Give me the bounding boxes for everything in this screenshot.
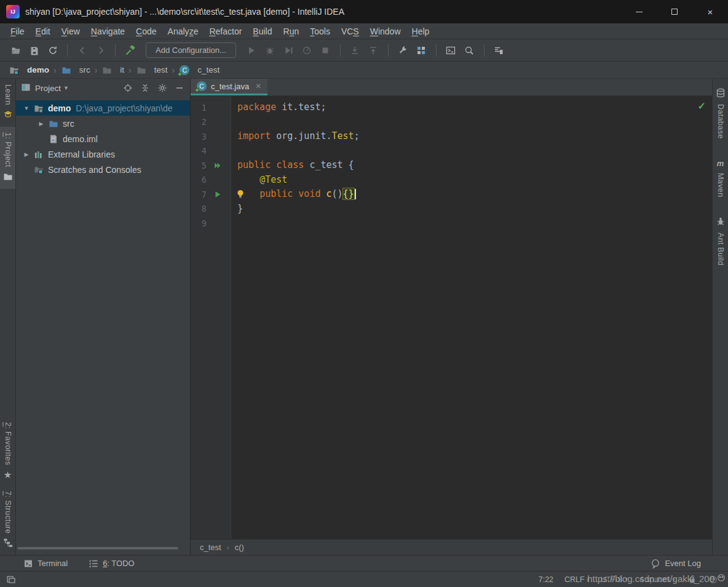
project-panel: Project ▼ ▼demoD:\java_project\shiyan\de… [16, 79, 191, 555]
tree-item-demo[interactable]: ▼demoD:\java_project\shiyan\de [16, 100, 190, 116]
run-method-icon[interactable] [207, 190, 229, 199]
collapse-all-icon[interactable] [140, 82, 151, 94]
indicator-icon[interactable] [708, 575, 718, 585]
chevron-right-icon[interactable]: ▶ [34, 121, 48, 127]
tree-item-label: Scratches and Consoles [48, 165, 141, 175]
menu-edit[interactable]: Edit [30, 26, 56, 36]
tool-stripe-7-structure[interactable]: 7: Structure [0, 485, 15, 555]
menu-file[interactable]: File [5, 26, 30, 36]
menu-window[interactable]: Window [365, 26, 406, 36]
menu-code[interactable]: Code [130, 26, 162, 36]
event-log-button[interactable]: Event Log [651, 559, 701, 569]
intention-bulb-icon[interactable] [235, 189, 245, 199]
tool-stripe-database[interactable]: Database [713, 82, 728, 145]
chevron-down-icon[interactable]: ▼ [20, 105, 33, 111]
breadcrumb-method[interactable]: c() [235, 543, 244, 552]
breadcrumb-item-c-test[interactable]: Cc_test [179, 65, 220, 76]
save-icon[interactable] [26, 43, 42, 58]
wrench-icon[interactable] [395, 43, 411, 58]
menu-help[interactable]: Help [406, 26, 435, 36]
settings-icon[interactable] [157, 82, 168, 94]
chevron-right-icon: › [53, 65, 57, 75]
tool-stripe-2-favorites[interactable]: 2: Favorites★ [0, 417, 15, 485]
window-controls: × [621, 0, 728, 23]
tree-item-label: External Libraries [48, 150, 115, 159]
code-line-7[interactable]: public void c(){} [231, 187, 712, 202]
project-panel-title[interactable]: Project [35, 84, 61, 93]
editor-tabbar: C c_test.java ✕ [191, 79, 712, 96]
menu-build[interactable]: Build [247, 26, 277, 36]
encoding-value: UTF-8 [601, 575, 622, 584]
minimize-button[interactable] [621, 0, 657, 23]
breadcrumb-class[interactable]: c_test [200, 543, 221, 552]
tab-c-test-java[interactable]: C c_test.java ✕ [191, 79, 267, 95]
horizontal-scrollbar[interactable] [17, 547, 178, 549]
breadcrumb-item-it[interactable]: it [101, 65, 124, 76]
code-line-4[interactable] [231, 144, 712, 159]
code-token [237, 174, 259, 185]
menu-tools[interactable]: Tools [304, 26, 336, 36]
close-button[interactable]: × [692, 0, 728, 23]
code-area[interactable]: package it.test;import org.junit.Test;pu… [231, 96, 712, 539]
chevron-right-icon[interactable]: ▶ [20, 151, 33, 158]
locate-icon[interactable] [122, 82, 133, 94]
open-folder-icon[interactable] [7, 43, 24, 58]
todo-button[interactable]: 6: TODO [89, 559, 135, 569]
menu-view[interactable]: View [56, 26, 85, 36]
code-line-9[interactable] [231, 216, 712, 231]
tree-item-external-libraries[interactable]: ▶External Libraries [16, 146, 190, 162]
caret-position[interactable]: 7:22 [539, 575, 553, 584]
learn-icon [3, 110, 13, 121]
tool-stripe-maven[interactable]: mMaven [713, 153, 728, 203]
menu-vcs[interactable]: VCS [336, 26, 365, 36]
lock-icon[interactable] [687, 575, 697, 585]
menu-refactor[interactable]: Refactor [204, 26, 247, 36]
code-line-5[interactable]: public class c_test { [231, 158, 712, 173]
code-line-3[interactable]: import org.junit.Test; [231, 129, 712, 144]
terminal-button[interactable]: Terminal [23, 559, 68, 569]
titlebar: IJ shiyan [D:\java_project\shiyan] - ...… [0, 0, 728, 23]
menu-run[interactable]: Run [278, 26, 305, 36]
line-ending-selector[interactable]: CRLF ▲▼ [564, 575, 590, 584]
gutter-row-5: 5 [191, 158, 231, 173]
hammer-icon[interactable] [122, 43, 138, 58]
tree-item-src[interactable]: ▶src [16, 116, 190, 131]
code-line-8[interactable]: } [231, 202, 712, 217]
tool-stripe-learn[interactable]: Learn [0, 79, 15, 127]
code-line-2[interactable] [231, 115, 712, 130]
encoding-selector[interactable]: UTF-8 ▼ [601, 575, 628, 584]
add-configuration-button[interactable]: Add Configuration... [146, 42, 236, 58]
toolbar-divider [67, 44, 68, 57]
tab-close-icon[interactable]: ✕ [255, 82, 261, 90]
menu-analyze[interactable]: Analyze [162, 26, 204, 36]
code-token: package [237, 102, 276, 113]
forward-icon [92, 43, 109, 58]
coverage-icon [280, 43, 297, 58]
run-class-icon[interactable] [207, 161, 229, 170]
breadcrumb-item-src[interactable]: src [61, 65, 90, 76]
maximize-button[interactable] [657, 0, 692, 23]
tree-item-scratches-and-consoles[interactable]: Scratches and Consoles [16, 162, 190, 177]
tool-window-toggle-icon[interactable] [6, 575, 16, 585]
breadcrumb-item-test[interactable]: test [136, 65, 168, 76]
stop-icon [317, 43, 334, 58]
menu-navigate[interactable]: Navigate [85, 26, 130, 36]
breadcrumb-item-demo[interactable]: demo [9, 65, 49, 76]
terminal-window-icon[interactable] [443, 43, 459, 58]
tool-stripe-1-project[interactable]: 1: Project [0, 127, 15, 189]
code-line-6[interactable]: @Test [231, 173, 712, 188]
code-line-1[interactable]: package it.test; [231, 100, 712, 115]
search-icon[interactable] [461, 43, 478, 58]
hide-icon[interactable] [174, 82, 185, 94]
tool-stripe-label: Ant Build [716, 233, 725, 266]
code-token: Test [332, 130, 354, 142]
indent-selector[interactable]: 4 spaces ▼ [639, 575, 676, 584]
tool-stripe-ant-build[interactable]: Ant Build [713, 211, 728, 271]
project-structure-icon[interactable] [413, 43, 430, 58]
gutter-row-1: 1 [191, 100, 231, 115]
inspections-ok-icon[interactable]: ✓ [698, 100, 706, 112]
sync-icon[interactable] [44, 43, 61, 58]
chevron-down-icon[interactable]: ▼ [63, 85, 69, 91]
settings-sync-icon[interactable] [491, 43, 507, 58]
tree-item-demo-iml[interactable]: demo.iml [16, 131, 190, 146]
